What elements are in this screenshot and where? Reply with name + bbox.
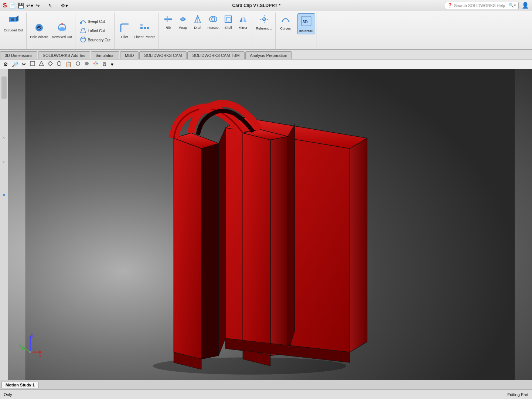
sec-circle-icon[interactable] bbox=[74, 60, 82, 68]
svg-marker-47 bbox=[174, 138, 201, 359]
lofted-cut-button[interactable]: Lofted Cut bbox=[78, 26, 112, 35]
sec-shape2-icon[interactable] bbox=[47, 60, 54, 68]
tab-3d-dimensions[interactable]: 3D Dimensions bbox=[0, 51, 37, 59]
sec-magnify-icon[interactable]: 🔎 bbox=[11, 61, 19, 68]
fillet-pattern-group: Fillet Linear Pattern bbox=[115, 13, 159, 49]
help-icon: ❓ bbox=[447, 3, 453, 8]
draft-button[interactable]: Draft bbox=[190, 14, 205, 31]
options-icon[interactable]: ⚙▾ bbox=[61, 3, 68, 8]
svg-rect-12 bbox=[140, 27, 143, 29]
shell-button[interactable]: Shell bbox=[221, 14, 236, 31]
sec-color-icon[interactable] bbox=[92, 60, 99, 68]
expand-icon[interactable]: › bbox=[3, 136, 5, 141]
shell-icon bbox=[224, 15, 233, 25]
svg-text:x: x bbox=[39, 354, 41, 358]
hole-wizard-button[interactable]: W Hole Wizard bbox=[29, 22, 50, 40]
tab-solidworks-addins[interactable]: SOLIDWORKS Add-Ins bbox=[38, 51, 90, 59]
svg-marker-54 bbox=[219, 128, 226, 356]
misc-tools-group: Rib W Wrap Draft Intersect Shell bbox=[159, 13, 252, 49]
redo-icon[interactable]: ↪ bbox=[35, 3, 40, 8]
toolbar: Extruded Cut W Hole Wizard Revolved Cut … bbox=[0, 11, 532, 50]
panel-dot bbox=[3, 194, 5, 196]
svg-rect-24 bbox=[226, 17, 230, 21]
svg-rect-23 bbox=[225, 16, 232, 23]
instant3d-label: Instant3D bbox=[299, 29, 314, 33]
svg-point-39 bbox=[93, 63, 95, 65]
shell-label: Shell bbox=[225, 26, 232, 30]
svg-text:y: y bbox=[19, 343, 21, 347]
svg-marker-10 bbox=[81, 28, 86, 33]
new-icon[interactable]: 📄 bbox=[9, 3, 16, 8]
search-dropdown-icon[interactable]: ▾ bbox=[514, 3, 516, 8]
instant3d-button[interactable]: 3D Instant3D bbox=[297, 13, 316, 34]
tab-solidworks-cam-tbm[interactable]: SOLIDWORKS CAM TBM bbox=[187, 51, 244, 59]
rib-button[interactable]: Rib bbox=[161, 14, 175, 31]
lofted-cut-icon bbox=[80, 27, 86, 35]
sec-filled-circle-icon[interactable] bbox=[83, 60, 91, 68]
tab-solidworks-cam[interactable]: SOLIDWORKS CAM bbox=[139, 51, 187, 59]
svg-text:3D: 3D bbox=[303, 20, 308, 24]
linear-pattern-icon bbox=[140, 23, 150, 34]
extruded-cut-button[interactable]: Extruded Cut bbox=[2, 13, 25, 33]
tabbar: 3D Dimensions SOLIDWORKS Add-Ins Simulat… bbox=[0, 50, 532, 59]
intersect-button[interactable]: Intersect bbox=[205, 14, 221, 31]
titlebar: S 📄 💾 ↩▾ ↪ ↖ ⚙▾ Card Clip V7.SLDPRT * ❓ … bbox=[0, 0, 532, 11]
svg-rect-15 bbox=[140, 24, 143, 26]
fillet-icon bbox=[119, 23, 130, 34]
mirror-button[interactable]: Mirror bbox=[236, 14, 250, 31]
sec-shape1-icon[interactable] bbox=[38, 60, 45, 68]
boundary-cut-button[interactable]: Boundary Cut bbox=[78, 35, 112, 45]
sec-cut-icon[interactable]: ✂ bbox=[21, 61, 27, 68]
svg-marker-25 bbox=[239, 16, 242, 22]
hole-wizard-label: Hole Wizard bbox=[30, 35, 48, 39]
sec-dropdown-icon[interactable]: ▾ bbox=[110, 61, 115, 68]
sec-rect-icon[interactable] bbox=[29, 60, 36, 68]
svg-marker-36 bbox=[57, 61, 61, 66]
reference-button[interactable]: Referenc... bbox=[255, 13, 274, 31]
statusbar: Only Editing Part bbox=[0, 389, 532, 399]
svg-marker-55 bbox=[288, 125, 295, 354]
svg-point-11 bbox=[81, 37, 86, 42]
search-box[interactable]: ❓ Search SOLIDWORKS Help 🔍 ▾ bbox=[445, 2, 519, 9]
svg-rect-3 bbox=[11, 18, 14, 21]
wrap-button[interactable]: W Wrap bbox=[175, 14, 190, 31]
revolved-cut-label: Revolved Cut bbox=[52, 35, 72, 39]
cut-variants-group: Swept Cut Lofted Cut Boundary Cut bbox=[76, 13, 115, 49]
secondary-toolbar: ⚙ 🔎 ✂ 📋 🖥 ▾ bbox=[0, 59, 532, 69]
user-icon[interactable]: 👤 bbox=[522, 2, 529, 9]
undo-dropdown-icon[interactable]: ↩▾ bbox=[26, 3, 33, 8]
cursor-icon[interactable]: ↖ bbox=[48, 3, 52, 8]
revolved-cut-button[interactable]: Revolved Cut bbox=[51, 22, 74, 40]
tab-analysis-preparation[interactable]: Analysis Preparation bbox=[245, 51, 292, 59]
motion-study-1-tab[interactable]: Motion Study 1 bbox=[1, 382, 39, 388]
panel-handle[interactable] bbox=[1, 76, 7, 99]
expand-icon-2[interactable]: › bbox=[3, 159, 5, 164]
svg-point-69 bbox=[29, 351, 31, 353]
draft-icon bbox=[193, 15, 202, 25]
linear-pattern-button[interactable]: Linear Pattern bbox=[133, 22, 157, 40]
fillet-button[interactable]: Fillet bbox=[117, 22, 132, 40]
revolved-cut-icon bbox=[57, 23, 67, 34]
reference-icon bbox=[259, 14, 269, 26]
search-icon[interactable]: 🔍 bbox=[509, 3, 514, 8]
svg-point-41 bbox=[96, 63, 98, 65]
main-area: › › bbox=[0, 69, 532, 380]
viewport[interactable]: z y x bbox=[8, 69, 532, 380]
save-icon[interactable]: 💾 bbox=[18, 3, 24, 8]
swept-cut-button[interactable]: Swept Cut bbox=[78, 17, 112, 26]
wrap-icon: W bbox=[178, 15, 187, 25]
instant3d-icon: 3D bbox=[300, 14, 312, 28]
fillet-label: Fillet bbox=[121, 35, 128, 39]
sec-clipboard-icon[interactable]: 📋 bbox=[64, 61, 73, 68]
sw-logo-icon[interactable]: S bbox=[3, 2, 7, 9]
intersect-icon bbox=[209, 15, 218, 25]
rib-icon bbox=[164, 15, 173, 25]
tab-simulation[interactable]: Simulation bbox=[91, 51, 119, 59]
instant3d-group: 3D Instant3D bbox=[296, 13, 317, 49]
sec-settings-icon[interactable]: ⚙ bbox=[2, 61, 9, 68]
sec-hex-icon[interactable] bbox=[55, 60, 63, 68]
tab-mbd[interactable]: MBD bbox=[120, 51, 139, 59]
sec-display-icon[interactable]: 🖥 bbox=[101, 61, 108, 68]
svg-marker-51 bbox=[243, 133, 270, 356]
curves-button[interactable]: Curves bbox=[278, 13, 293, 31]
